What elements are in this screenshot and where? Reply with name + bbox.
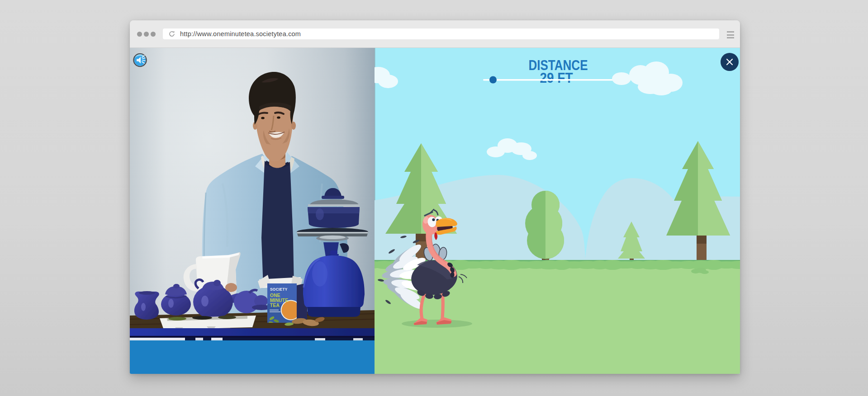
- svg-text:SOCIETY: SOCIETY: [270, 287, 288, 292]
- svg-text:29 FT: 29 FT: [540, 70, 573, 86]
- svg-text:TEA: TEA: [270, 302, 280, 308]
